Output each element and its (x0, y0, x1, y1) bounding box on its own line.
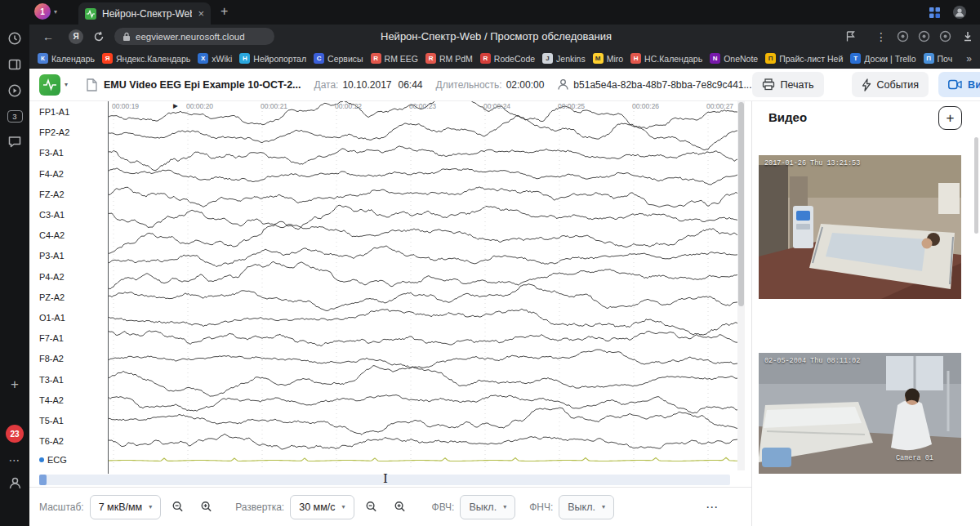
bookmark-item[interactable]: NOneNote (710, 53, 758, 64)
url-bar[interactable]: eegviewer.neurosoft.cloud (114, 28, 274, 45)
browser-home-button[interactable]: Я (69, 29, 83, 44)
bookmark-item[interactable]: ННейропортал (239, 53, 306, 64)
apps-button[interactable] (929, 7, 941, 22)
channel-label[interactable]: C4-A2 (39, 230, 65, 241)
channel-label[interactable]: F7-A1 (39, 333, 64, 344)
add-video-button[interactable]: + (938, 106, 962, 130)
notifications-button[interactable]: 23 (0, 425, 29, 443)
browser-menu-button[interactable]: ⋮ (875, 25, 887, 48)
channel-label-ecg[interactable]: ECG (39, 455, 67, 466)
video-thumbnail-1[interactable]: 2017-01-26 Thu 13:21:53 (759, 155, 961, 299)
extension-button-1[interactable] (897, 25, 909, 48)
amplitude-zoom-in-button[interactable] (195, 496, 218, 519)
media-button[interactable] (0, 82, 29, 100)
channel-label[interactable]: O1-A1 (39, 313, 65, 323)
video-thumbnail-2[interactable]: 02-05-2004 Thu 08:11:02 Camera 01 (759, 353, 961, 474)
close-icon[interactable]: × (198, 7, 204, 20)
channel-label[interactable]: F4-A2 (39, 169, 64, 180)
bookmark-flag-button[interactable] (846, 25, 855, 48)
bookmark-item[interactable]: ККалендарь (38, 53, 95, 64)
profile-sidebar-button[interactable] (0, 474, 29, 492)
more-options-button[interactable]: ⋯ (701, 499, 724, 515)
browser-tab[interactable]: Нейрон-Спектр-Web / × (78, 2, 211, 25)
bookmark-favicon: П (765, 53, 776, 64)
side-panel-icon (7, 57, 22, 72)
bookmark-item[interactable]: RRM PdM (425, 53, 473, 64)
duration-label: Длительность: (436, 79, 502, 91)
sweep-zoom-out-button[interactable] (360, 496, 383, 519)
chat-button[interactable] (0, 132, 29, 150)
screen: 3 + 23 ⋯ 1 ▾ Нейрон-Спектр-Web / × + (0, 0, 980, 526)
extension-button-3[interactable] (939, 25, 951, 48)
channel-label[interactable]: F8-A2 (39, 354, 64, 364)
channel-label[interactable]: P3-A1 (39, 251, 65, 261)
bookmark-favicon: Н (239, 53, 250, 64)
bookmark-label: RM EEG (385, 54, 418, 64)
channel-label[interactable]: FZ-A2 (39, 189, 65, 200)
channel-label[interactable]: FP2-A2 (39, 127, 69, 138)
lightning-icon (862, 78, 871, 91)
bookmark-item[interactable]: XxWiki (198, 53, 232, 64)
bookmark-item[interactable]: RRM EEG (371, 53, 418, 64)
bookmarks-overflow-button[interactable]: » (966, 48, 972, 69)
collections-button[interactable] (0, 56, 29, 74)
bookmark-favicon: С (314, 53, 324, 64)
sweep-select[interactable]: 30 мм/с ▾ (290, 495, 354, 519)
channel-label[interactable]: FP1-A1 (39, 107, 69, 118)
bookmark-item[interactable]: ППочта (924, 53, 952, 64)
channel-label[interactable]: T6-A2 (39, 436, 64, 447)
channel-label[interactable]: C3-A1 (39, 210, 65, 221)
timeline-cursor[interactable]: I (383, 471, 388, 486)
timeline-strip[interactable]: I (39, 475, 730, 485)
print-button[interactable]: Печать (752, 72, 824, 97)
channel-label[interactable]: PZ-A2 (39, 292, 65, 303)
app-menu-button[interactable]: ▾ (39, 74, 68, 96)
scrollbar-thumb[interactable] (738, 102, 744, 306)
channel-label[interactable]: F3-A1 (39, 148, 64, 158)
channel-label[interactable]: T3-A1 (39, 375, 64, 386)
url-text: eegviewer.neurosoft.cloud (136, 32, 245, 42)
eeg-app: ▾ EMU Video EEG Epi Example 10-OCT-2... … (29, 69, 980, 526)
scale-select[interactable]: 7 мкВ/мм ▾ (90, 495, 162, 519)
bookmark-item[interactable]: TДоски | Trello (850, 53, 915, 64)
bookmark-item[interactable]: ППрайс-лист Ней (765, 53, 843, 64)
refresh-button[interactable] (93, 25, 105, 48)
bookmark-label: xWiki (212, 54, 232, 64)
downloads-button[interactable] (962, 25, 973, 48)
hpf-select[interactable]: Выкл. ▾ (460, 495, 515, 519)
new-tab-button[interactable]: + (220, 4, 228, 19)
scale-value: 7 мкВ/мм (99, 501, 143, 513)
sweep-zoom-in-button[interactable] (389, 496, 412, 519)
channel-label[interactable]: T4-A2 (39, 395, 64, 406)
browser-profile-button[interactable] (952, 5, 967, 23)
eeg-waveforms (109, 101, 737, 474)
channel-label[interactable]: P4-A2 (39, 272, 65, 283)
profile-avatar[interactable]: 1 ▾ (34, 3, 57, 20)
page-title: Нейрон-Спектр-Web / Просмотр обследовани… (381, 25, 612, 48)
amplitude-zoom-out-button[interactable] (167, 496, 189, 519)
tab-count-button[interactable]: 3 (0, 107, 29, 125)
channel-label[interactable]: T5-A1 (39, 416, 64, 426)
bookmark-item[interactable]: ННС.Календарь (630, 53, 702, 64)
bookmark-item[interactable]: RRodeCode (480, 53, 535, 64)
extension-button-2[interactable] (918, 25, 930, 48)
panel-scrollbar[interactable] (974, 137, 978, 234)
lpf-select[interactable]: Выкл. ▾ (559, 495, 614, 519)
person-icon (8, 476, 22, 490)
chevron-down-icon: ▾ (149, 503, 152, 510)
bookmark-item[interactable]: ЯЯндекс.Календарь (102, 53, 190, 64)
eeg-traces[interactable]: 00:00:1900:00:2000:00:2100:00:2200:00:23… (108, 101, 737, 474)
eeg-vertical-scrollbar[interactable] (737, 101, 745, 470)
sidebar-more-button[interactable]: ⋯ (0, 451, 29, 469)
bookmark-item[interactable]: JJenkins (542, 53, 586, 64)
bookmark-favicon: К (38, 53, 48, 64)
back-button[interactable]: ← (42, 25, 54, 48)
ecg-dot-icon (39, 457, 44, 462)
sidebar-add-button[interactable]: + (0, 376, 29, 394)
bookmark-item[interactable]: MMiro (593, 53, 623, 64)
video-button[interactable]: Видео (938, 72, 980, 97)
history-button[interactable] (0, 29, 29, 47)
events-button[interactable]: События (852, 72, 929, 97)
print-label: Печать (781, 79, 814, 91)
bookmark-item[interactable]: ССервисы (314, 53, 363, 64)
